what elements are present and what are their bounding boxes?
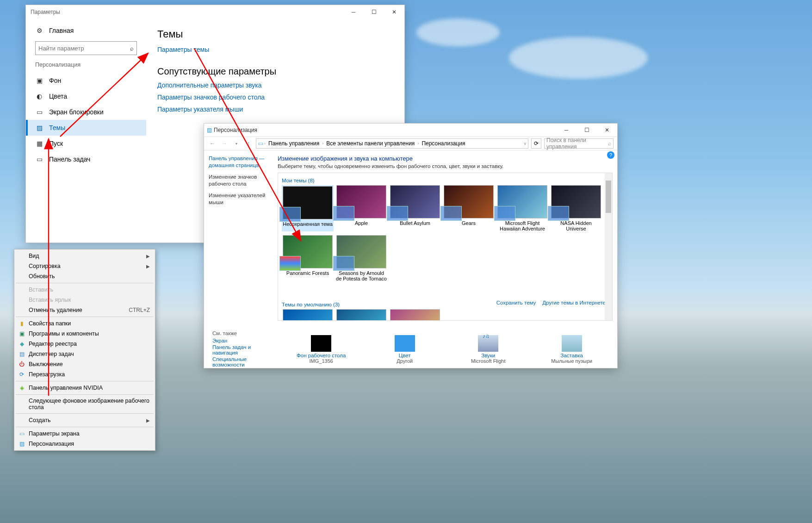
home-label: Главная	[49, 27, 74, 34]
minimize-button[interactable]: ─	[556, 124, 576, 137]
refresh-button[interactable]: ⟳	[531, 138, 541, 149]
gear-icon: ⚙	[35, 26, 43, 35]
menu-shutdown[interactable]: ⏻Выключение	[15, 359, 155, 369]
sidebar-item-lockscreen[interactable]: ▭ Экран блокировки	[26, 104, 146, 120]
theme-default-3[interactable]	[389, 309, 441, 321]
back-button[interactable]: ←	[208, 139, 217, 148]
nav-label: Темы	[49, 124, 65, 131]
menu-display-settings[interactable]: ▭Параметры экрана	[15, 429, 155, 439]
menu-new[interactable]: Создать▶	[15, 415, 155, 425]
scrollbar[interactable]	[605, 173, 612, 320]
nav-label: Пуск	[49, 140, 63, 147]
side-link-desktop-icons[interactable]: Изменение значков рабочего стола	[209, 174, 271, 187]
theme-default-1[interactable]	[282, 309, 334, 321]
theme-label: Gears	[443, 220, 495, 226]
forward-button[interactable]: →	[220, 139, 229, 148]
settings-titlebar[interactable]: Параметры ─ ☐ ✕	[26, 5, 404, 19]
theme-unsaved[interactable]: Несохраненная тема	[282, 185, 334, 231]
maximize-button[interactable]: ☐	[576, 124, 597, 137]
maximize-button[interactable]: ☐	[364, 5, 384, 19]
picture-icon: ▣	[35, 76, 43, 85]
menu-restart[interactable]: ⟳Перезагрузка	[15, 369, 155, 380]
menu-undo-delete[interactable]: Отменить удалениеCTRL+Z	[15, 305, 155, 315]
theme-forests[interactable]: Panoramic Forests	[282, 235, 334, 281]
menu-personalize[interactable]: ▨Персонализация	[15, 439, 155, 449]
themes-scroll-area[interactable]: Мои темы (8) Несохраненная тема Apple Bu…	[278, 173, 613, 321]
home-link[interactable]: ⚙ Главная	[26, 25, 146, 41]
menu-nvidia[interactable]: ◈Панель управления NVIDIA	[15, 383, 155, 393]
breadcrumb-pers[interactable]: Персонализация	[420, 140, 467, 147]
menu-separator	[16, 413, 154, 414]
link-desktop-icons[interactable]: Параметры значков рабочего стола	[157, 93, 393, 101]
side-link-home[interactable]: Панель управления — домашняя страница	[209, 155, 271, 169]
sidebar-item-themes[interactable]: ▨ Темы	[26, 120, 146, 136]
footer-screensaver[interactable]: Заставка Мыльные пузыри	[537, 335, 607, 364]
theme-label: NASA Hidden Universe	[550, 220, 602, 231]
theme-seasons[interactable]: Seasons by Arnould de Potesta de Tornaco	[335, 235, 387, 281]
programs-icon: ▣	[18, 330, 26, 337]
recent-dropdown[interactable]: ▾	[232, 139, 241, 148]
theme-default-2[interactable]	[335, 309, 387, 321]
menu-folder-props[interactable]: ▮Свойства папки	[15, 318, 155, 329]
theme-label: Microsoft Flight Hawaiian Adventure	[496, 220, 548, 231]
see-also-label: См. также	[212, 330, 275, 336]
theme-gears[interactable]: Gears	[443, 185, 495, 231]
cp-search-input[interactable]: Поиск в панели управления ⌕	[544, 138, 614, 149]
close-button[interactable]: ✕	[597, 124, 617, 137]
chevron-down-icon[interactable]: v	[524, 141, 527, 146]
sidebar-item-taskbar[interactable]: ▭ Панель задач	[26, 151, 146, 167]
footer-link-display[interactable]: Экран	[212, 338, 275, 343]
window-icon: ▨	[207, 127, 212, 133]
sidebar-item-colors[interactable]: ◐ Цвета	[26, 88, 146, 104]
nav-toolbar: ← → ▾ ↑ ▭ › Панель управления › Все элем…	[204, 137, 617, 150]
menu-sort[interactable]: Сортировка▶	[15, 261, 155, 271]
theme-bullet[interactable]: Bullet Asylum	[389, 185, 441, 231]
breadcrumb-all[interactable]: Все элементы панели управления	[324, 140, 416, 147]
breadcrumb[interactable]: ▭ › Панель управления › Все элементы пан…	[256, 138, 528, 149]
cloud-decoration	[509, 37, 648, 79]
footer-color[interactable]: Цвет Другой	[370, 335, 440, 364]
footer-sounds[interactable]: ♪♫ Звуки Microsoft Flight	[453, 335, 523, 364]
search-input[interactable]: ⌕	[35, 41, 137, 55]
menu-paste: Вставить	[15, 285, 155, 295]
footer-link-taskbar[interactable]: Панель задач и навигация	[212, 344, 275, 355]
nvidia-icon: ◈	[18, 384, 26, 392]
sidebar-item-background[interactable]: ▣ Фон	[26, 73, 146, 88]
search-field[interactable]	[38, 45, 130, 52]
perso-titlebar[interactable]: ▨ Персонализация ─ ☐ ✕	[204, 124, 617, 137]
link-other-themes[interactable]: Другие темы в Интернете	[542, 300, 606, 305]
breadcrumb-cp[interactable]: Панель управления	[267, 140, 321, 147]
cp-search-placeholder: Поиск в панели управления	[546, 137, 604, 150]
menu-taskmgr[interactable]: ▤Диспетчер задач	[15, 349, 155, 359]
menu-separator	[16, 381, 154, 381]
theme-flight[interactable]: Microsoft Flight Hawaiian Adventure	[496, 185, 548, 231]
side-link-pointers[interactable]: Изменение указателей мыши	[209, 192, 271, 206]
link-save-theme[interactable]: Сохранить тему	[496, 300, 536, 305]
link-sound-settings[interactable]: Дополнительные параметры звука	[157, 81, 393, 89]
close-button[interactable]: ✕	[384, 5, 404, 19]
menu-view[interactable]: Вид▶	[15, 251, 155, 261]
theme-nasa[interactable]: NASA Hidden Universe	[550, 185, 602, 231]
taskmgr-icon: ▤	[18, 350, 26, 358]
nav-label: Экран блокировки	[49, 108, 104, 116]
desktop-context-menu: Вид▶ Сортировка▶ Обновить Вставить Встав…	[14, 249, 155, 451]
minimize-button[interactable]: ─	[343, 5, 364, 19]
menu-refresh[interactable]: Обновить	[15, 271, 155, 281]
chevron-right-icon: ›	[417, 141, 419, 146]
monitor-icon: ▭	[18, 430, 26, 437]
sidebar-item-start[interactable]: ▦ Пуск	[26, 136, 146, 151]
link-theme-settings[interactable]: Параметры темы	[157, 46, 393, 53]
menu-regedit[interactable]: ◆Редактор реестра	[15, 339, 155, 349]
menu-programs[interactable]: ▣Программы и компоненты	[15, 329, 155, 339]
footer-link-special[interactable]: Специальные возможности	[212, 356, 275, 367]
menu-next-wallpaper[interactable]: Следующее фоновое изображение рабочего с…	[15, 396, 155, 412]
chevron-right-icon: ▶	[146, 418, 150, 423]
theme-apple[interactable]: Apple	[335, 185, 387, 231]
my-themes-label: Мои темы (8)	[282, 178, 608, 183]
nav-label: Цвета	[49, 93, 67, 100]
up-button[interactable]: ↑	[244, 139, 253, 148]
link-pointer[interactable]: Параметры указателя мыши	[157, 106, 393, 113]
footer-wallpaper[interactable]: Фон рабочего стола IMG_1356	[286, 335, 356, 364]
cloud-decoration	[416, 19, 500, 46]
theme-label: Bullet Asylum	[389, 220, 441, 226]
